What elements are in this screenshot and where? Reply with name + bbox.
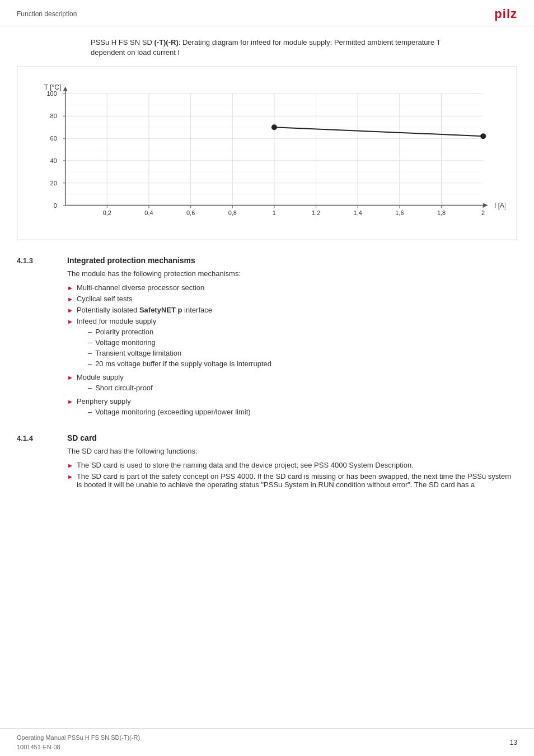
chart-line [274, 128, 483, 137]
svg-text:0,6: 0,6 [186, 210, 195, 217]
sub-dash: – [88, 360, 92, 368]
sub-dash: – [88, 349, 92, 357]
section-414-intro: The SD card has the following functions: [67, 447, 517, 455]
chart-point-2 [480, 134, 486, 139]
y-axis-arrow [63, 87, 68, 91]
section-413-title: Integrated protection mechanisms [67, 256, 517, 265]
list-item: ► Potentially isolated SafetyNET p inter… [67, 306, 517, 314]
chart-point-1 [271, 125, 277, 130]
bullet-arrow-icon: ► [67, 296, 73, 302]
chart-caption-prefix: PSSu H FS SN SD [91, 38, 154, 46]
bullet-text: Infeed for module supply – Polarity prot… [77, 317, 517, 370]
section-label: Function description [17, 10, 77, 18]
section-414-list: ► The SD card is used to store the namin… [67, 461, 517, 489]
sub-list-item: – Voltage monitoring (exceeding upper/lo… [88, 408, 517, 416]
bullet-arrow-icon: ► [67, 374, 73, 381]
svg-text:0: 0 [54, 202, 57, 209]
sub-item-text: 20 ms voltage buffer if the supply volta… [95, 360, 271, 368]
section-414-body: SD card The SD card has the following fu… [67, 433, 517, 492]
svg-text:100: 100 [46, 91, 57, 97]
list-item: ► Cyclical self tests [67, 295, 517, 303]
page-content: PSSu H FS SN SD (-T)(-R): Derating diagr… [0, 26, 534, 521]
x-axis-label: I [A] [494, 202, 505, 209]
sub-dash: – [88, 338, 92, 347]
chart-svg: T [°C] [26, 76, 505, 228]
svg-text:1,6: 1,6 [395, 210, 404, 217]
bullet-arrow-icon: ► [67, 307, 73, 314]
svg-text:0,8: 0,8 [228, 210, 237, 217]
bullet-text: Potentially isolated SafetyNET p interfa… [77, 306, 517, 314]
bullet-arrow-icon: ► [67, 284, 73, 291]
svg-text:0,4: 0,4 [144, 210, 153, 217]
sub-list: – Voltage monitoring (exceeding upper/lo… [88, 408, 517, 416]
footer-line2: 1001451-EN-08 [17, 743, 140, 752]
svg-text:1,2: 1,2 [312, 210, 320, 217]
sub-list-item: – Transient voltage limitation [88, 349, 517, 357]
chart-caption: PSSu H FS SN SD (-T)(-R): Derating diagr… [85, 38, 449, 58]
list-item: ► The SD card is part of the safety conc… [67, 472, 517, 489]
sub-list-item: – 20 ms voltage buffer if the supply vol… [88, 360, 517, 368]
bullet-arrow-icon: ► [67, 398, 73, 405]
bullet-arrow-icon: ► [67, 318, 73, 325]
svg-text:1,8: 1,8 [437, 210, 446, 217]
list-item: ► Infeed for module supply – Polarity pr… [67, 317, 517, 370]
sub-list-item: – Polarity protection [88, 328, 517, 336]
chart-caption-bold: (-T)(-R) [154, 38, 178, 46]
bullet-text: Periphery supply – Voltage monitoring (e… [77, 397, 517, 418]
list-item: ► The SD card is used to store the namin… [67, 461, 517, 469]
svg-text:1,4: 1,4 [354, 210, 362, 217]
sub-item-text: Transient voltage limitation [95, 349, 181, 357]
svg-text:40: 40 [50, 157, 57, 164]
section-413: 4.1.3 Integrated protection mechanisms T… [17, 256, 517, 421]
section-413-intro: The module has the following protection … [67, 269, 517, 278]
sub-list-item: – Short circuit-proof [88, 384, 517, 392]
sub-dash: – [88, 408, 92, 416]
sub-item-text: Voltage monitoring (exceeding upper/lowe… [95, 408, 250, 416]
svg-text:80: 80 [50, 113, 57, 120]
sub-dash: – [88, 384, 92, 392]
sub-item-text: Polarity protection [95, 328, 153, 336]
bullet-text: The SD card is used to store the naming … [77, 461, 517, 469]
bullet-text: Module supply – Short circuit-proof [77, 373, 517, 394]
sub-dash: – [88, 328, 92, 336]
footer-info: Operating Manual PSSu H FS SN SD(-T)(-R)… [17, 733, 140, 752]
section-414-number: 4.1.4 [17, 433, 50, 492]
svg-text:2: 2 [481, 210, 485, 217]
footer-page-number: 13 [510, 739, 517, 746]
section-414: 4.1.4 SD card The SD card has the follow… [17, 433, 517, 492]
list-item: ► Module supply – Short circuit-proof [67, 373, 517, 394]
section-414-title: SD card [67, 433, 517, 442]
bullet-arrow-icon: ► [67, 462, 73, 469]
sub-list: – Short circuit-proof [88, 384, 517, 392]
pilz-logo: pilz [494, 7, 517, 21]
page-header: Function description pilz [0, 0, 534, 26]
sub-item-text: Voltage monitoring [95, 338, 156, 347]
bullet-arrow-icon: ► [67, 473, 73, 480]
section-413-body: Integrated protection mechanisms The mod… [67, 256, 517, 421]
section-413-list: ► Multi-channel diverse processor sectio… [67, 283, 517, 418]
y-axis-label: T [°C] [44, 83, 61, 91]
sub-item-text: Short circuit-proof [95, 384, 153, 392]
bullet-text: Multi-channel diverse processor section [77, 283, 517, 292]
svg-text:20: 20 [50, 180, 57, 186]
list-item: ► Periphery supply – Voltage monitoring … [67, 397, 517, 418]
sub-list-item: – Voltage monitoring [88, 338, 517, 347]
sub-list: – Polarity protection – Voltage monitori… [88, 328, 517, 368]
svg-text:1: 1 [273, 210, 276, 217]
page-footer: Operating Manual PSSu H FS SN SD(-T)(-R)… [0, 728, 534, 756]
section-413-number: 4.1.3 [17, 256, 50, 421]
svg-text:0,2: 0,2 [103, 210, 111, 217]
list-item: ► Multi-channel diverse processor sectio… [67, 283, 517, 292]
footer-line1: Operating Manual PSSu H FS SN SD(-T)(-R) [17, 733, 140, 743]
chart-container: T [°C] [17, 67, 517, 240]
bullet-text: Cyclical self tests [77, 295, 517, 303]
svg-text:60: 60 [50, 135, 57, 142]
bullet-text: The SD card is part of the safety concep… [77, 472, 517, 489]
